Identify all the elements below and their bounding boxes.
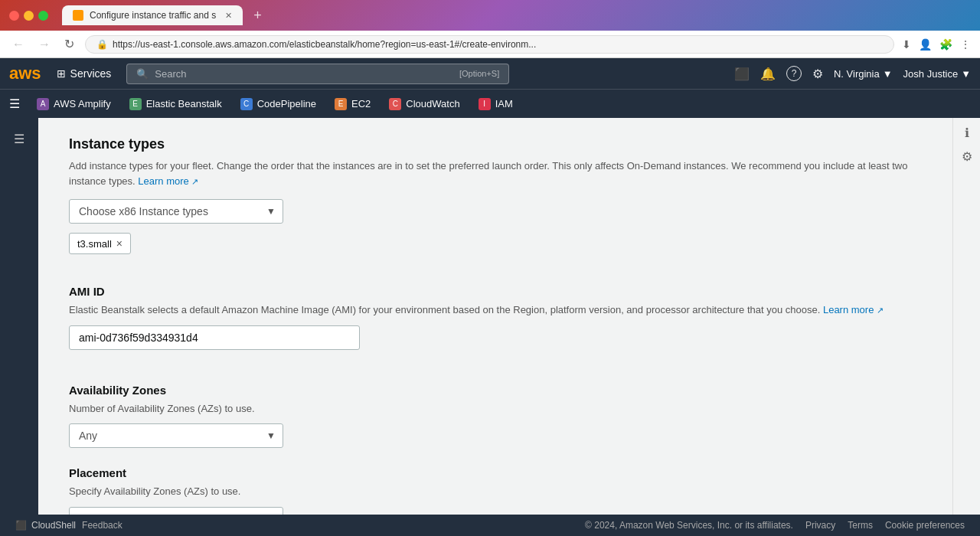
cookie-link[interactable]: Cookie preferences xyxy=(885,520,965,531)
minimize-button[interactable] xyxy=(24,11,34,21)
search-bar[interactable]: 🔍 [Option+S] xyxy=(126,64,509,84)
ami-id-learn-more[interactable]: Learn more ↗ xyxy=(823,304,884,315)
tab-title: Configure instance traffic and s xyxy=(90,10,216,21)
ec2-icon: E xyxy=(335,98,347,110)
sidebar-menu-icon[interactable]: ☰ xyxy=(9,127,29,151)
menu-icon[interactable]: ⋮ xyxy=(960,38,971,51)
user-menu[interactable]: Josh Justice ▼ xyxy=(903,68,971,80)
ami-id-input[interactable] xyxy=(69,325,360,350)
availability-zones-title: Availability Zones xyxy=(69,384,922,397)
tag-remove-button[interactable]: × xyxy=(116,237,122,250)
footer-feedback-link[interactable]: Feedback xyxy=(82,520,122,531)
ami-id-section: AMI ID Elastic Beanstalk selects a defau… xyxy=(69,285,922,365)
instance-type-tag: t3.small × xyxy=(69,233,131,254)
cloudwatch-icon: C xyxy=(389,98,401,110)
browser-tab[interactable]: Configure instance traffic and s ✕ xyxy=(62,5,243,25)
region-selector[interactable]: N. Virginia ▼ xyxy=(834,68,893,80)
close-button[interactable] xyxy=(9,11,19,21)
aws-topbar: aws ⊞ Services 🔍 [Option+S] ⬛ 🔔 ? ⚙ N. V… xyxy=(0,58,980,89)
hamburger-menu[interactable]: ☰ xyxy=(9,96,26,111)
footer-left: ⬛ CloudShell Feedback xyxy=(15,520,122,531)
content-area: Instance types Add instance types for yo… xyxy=(38,118,952,515)
forward-button[interactable]: → xyxy=(35,34,54,54)
back-button[interactable]: ← xyxy=(9,34,28,54)
settings-icon[interactable]: ⚙ xyxy=(812,67,823,81)
placement-section: Placement Specify Availability Zones (AZ… xyxy=(69,466,922,515)
navbar-label-ec2: EC2 xyxy=(351,98,371,109)
ami-id-desc: Elastic Beanstalk selects a default Amaz… xyxy=(69,302,922,318)
user-chevron-icon: ▼ xyxy=(961,68,971,80)
browser-toolbar-icons: ⬇ 👤 🧩 ⋮ xyxy=(902,38,971,51)
download-icon[interactable]: ⬇ xyxy=(902,38,911,51)
aws-logo: aws xyxy=(9,64,41,83)
settings-panel-icon[interactable]: ⚙ xyxy=(962,149,972,164)
left-sidebar: ☰ xyxy=(0,118,38,515)
navbar-label-beanstalk: Elastic Beanstalk xyxy=(146,98,222,109)
navbar-item-amplify[interactable]: A AWS Amplify xyxy=(29,94,119,114)
extensions-icon[interactable]: 🧩 xyxy=(939,38,952,51)
navbar-item-codepipeline[interactable]: C CodePipeline xyxy=(233,94,324,114)
placement-select[interactable]: Choose Availability Zones (AZs) xyxy=(69,507,283,515)
footer-copyright: © 2024, Amazon Web Services, Inc. or its… xyxy=(585,520,793,531)
instance-types-title: Instance types xyxy=(69,136,922,152)
availability-zones-select[interactable]: Any xyxy=(69,423,283,448)
iam-icon: I xyxy=(479,98,491,110)
bell-icon[interactable]: 🔔 xyxy=(760,67,776,81)
navbar-label-amplify: AWS Amplify xyxy=(54,98,111,109)
availability-zones-section: Availability Zones Number of Availabilit… xyxy=(69,384,922,449)
instance-types-section: Instance types Add instance types for yo… xyxy=(69,136,922,266)
traffic-lights xyxy=(9,11,48,21)
new-tab-button[interactable]: + xyxy=(253,8,262,24)
navbar-item-cloudwatch[interactable]: C CloudWatch xyxy=(381,94,467,114)
terms-link[interactable]: Terms xyxy=(848,520,873,531)
aws-navbar: ☰ A AWS Amplify E Elastic Beanstalk C Co… xyxy=(0,89,980,118)
profile-icon[interactable]: 👤 xyxy=(919,38,932,51)
refresh-button[interactable]: ↻ xyxy=(61,34,77,54)
navbar-item-beanstalk[interactable]: E Elastic Beanstalk xyxy=(122,94,230,114)
instance-types-desc: Add instance types for your fleet. Chang… xyxy=(69,159,922,188)
instance-types-learn-more[interactable]: Learn more ↗ xyxy=(138,175,198,187)
help-icon[interactable]: ? xyxy=(786,66,802,81)
tab-close-button[interactable]: ✕ xyxy=(225,11,232,21)
terminal-icon[interactable]: ⬛ xyxy=(734,67,750,81)
amplify-icon: A xyxy=(37,98,49,110)
right-sidebar: ℹ ⚙ xyxy=(952,118,980,515)
instance-type-select[interactable]: Choose x86 Instance types xyxy=(69,199,283,224)
external-link-icon: ↗ xyxy=(191,177,198,186)
maximize-button[interactable] xyxy=(38,11,48,21)
address-input[interactable]: 🔒 https://us-east-1.console.aws.amazon.c… xyxy=(85,35,894,54)
services-button[interactable]: ⊞ Services xyxy=(51,64,118,83)
beanstalk-icon: E xyxy=(129,98,142,110)
instance-type-select-wrapper: Choose x86 Instance types ▼ xyxy=(69,199,283,224)
ami-id-title: AMI ID xyxy=(69,285,922,298)
tab-favicon xyxy=(73,10,83,21)
main-layout: ☰ Instance types Add instance types for … xyxy=(0,118,980,515)
info-icon[interactable]: ℹ xyxy=(965,126,969,140)
region-label: N. Virginia xyxy=(834,68,880,80)
tag-label: t3.small xyxy=(77,238,112,250)
topbar-icons: ⬛ 🔔 ? ⚙ N. Virginia ▼ Josh Justice ▼ xyxy=(734,66,971,81)
codepipeline-icon: C xyxy=(240,98,253,110)
navbar-item-ec2[interactable]: E EC2 xyxy=(327,94,378,114)
footer-right: © 2024, Amazon Web Services, Inc. or its… xyxy=(585,520,965,531)
cloudshell-button[interactable]: ⬛ CloudShell xyxy=(15,520,76,531)
services-label: Services xyxy=(70,67,112,80)
footer: ⬛ CloudShell Feedback © 2024, Amazon Web… xyxy=(0,515,980,536)
cloudshell-label: CloudShell xyxy=(31,520,76,531)
address-bar: ← → ↻ 🔒 https://us-east-1.console.aws.am… xyxy=(0,31,980,58)
navbar-label-cloudwatch: CloudWatch xyxy=(406,98,459,109)
availability-zones-select-wrapper: Any ▼ xyxy=(69,423,283,448)
placement-title: Placement xyxy=(69,466,922,479)
privacy-link[interactable]: Privacy xyxy=(805,520,835,531)
url-text: https://us-east-1.console.aws.amazon.com… xyxy=(113,39,536,50)
placement-desc: Specify Availability Zones (AZs) to use. xyxy=(69,484,922,499)
cloudshell-icon: ⬛ xyxy=(15,520,27,531)
navbar-item-iam[interactable]: I IAM xyxy=(471,94,521,114)
placement-select-wrapper: Choose Availability Zones (AZs) ▼ xyxy=(69,507,283,515)
browser-chrome: Configure instance traffic and s ✕ + xyxy=(0,0,980,31)
search-input[interactable] xyxy=(155,68,453,80)
ami-external-link-icon: ↗ xyxy=(877,306,884,315)
user-name: Josh Justice xyxy=(903,68,959,80)
search-shortcut: [Option+S] xyxy=(459,69,499,78)
navbar-label-codepipeline: CodePipeline xyxy=(257,98,316,109)
